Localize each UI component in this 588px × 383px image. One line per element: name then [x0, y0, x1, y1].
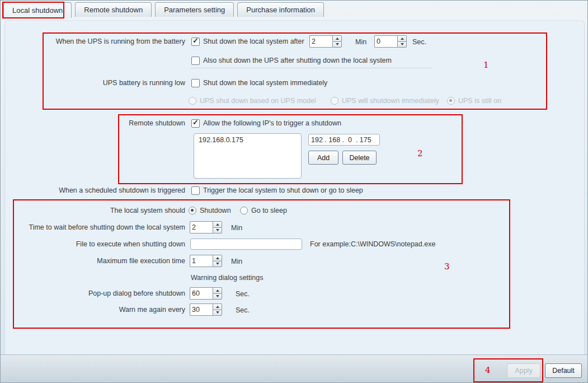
- radio-dot-icon: [449, 99, 452, 102]
- battery-min-input[interactable]: [309, 35, 332, 48]
- warn-again-unit: Sec.: [236, 304, 250, 316]
- radio-ups-still-on-label: UPS is still on: [458, 95, 501, 107]
- trigger-local-label: Trigger the local system to shut down or…: [203, 184, 363, 197]
- warn-again-spinner: [190, 303, 222, 316]
- system-should-label: The local system should: [6, 204, 185, 217]
- spin-down-icon[interactable]: [213, 261, 222, 268]
- popup-dialog-spinner: [190, 287, 222, 300]
- ip-list-box[interactable]: 192.168.0.175: [194, 133, 302, 179]
- popup-dialog-label: Pop-up dialog before shutdown: [6, 287, 185, 300]
- radio-shutdown-label: Shutdown: [200, 204, 231, 217]
- radio-go-to-sleep[interactable]: [240, 207, 248, 214]
- tab-local-shutdown[interactable]: Local shutdown: [3, 2, 72, 18]
- battery-sec-spinner: [374, 35, 407, 48]
- tab-parameters-setting[interactable]: Parameters setting: [155, 2, 234, 17]
- spinner-buttons: [213, 255, 222, 267]
- add-button[interactable]: Add: [308, 151, 338, 165]
- warning-settings-header: Warning dialog settings: [191, 272, 263, 284]
- wait-time-input[interactable]: [190, 221, 213, 233]
- radio-go-to-sleep-label: Go to sleep: [251, 204, 287, 217]
- apply-button[interactable]: Apply: [507, 363, 540, 378]
- max-exec-label: Maximum file execution time: [6, 255, 185, 267]
- trigger-local-checkbox[interactable]: [191, 186, 200, 195]
- popup-dialog-input[interactable]: [190, 287, 213, 300]
- spin-down-icon[interactable]: [213, 310, 222, 316]
- wait-time-unit: Min: [231, 222, 242, 234]
- spin-up-icon[interactable]: [213, 255, 222, 261]
- tab-purchase-information[interactable]: Purchase information: [237, 2, 324, 17]
- battery-min-unit: Min: [355, 36, 366, 48]
- spin-up-icon[interactable]: [213, 303, 222, 310]
- spinner-buttons: [213, 221, 222, 233]
- spinner-buttons: [213, 287, 222, 300]
- spinner-buttons: [397, 35, 407, 48]
- max-exec-input[interactable]: [190, 255, 213, 267]
- shutdown-after-checkbox[interactable]: ✓: [191, 38, 200, 46]
- battery-sec-input[interactable]: [374, 35, 397, 48]
- spin-up-icon[interactable]: [213, 287, 222, 293]
- file-execute-input[interactable]: [190, 239, 302, 250]
- radio-shutdown[interactable]: [189, 207, 196, 214]
- battery-min-spinner: [309, 35, 342, 48]
- spin-down-icon[interactable]: [213, 227, 222, 234]
- max-exec-spinner: [190, 255, 222, 267]
- warn-again-label: Warn me again every: [6, 303, 185, 316]
- file-execute-label: File to execute when shutting down: [6, 238, 185, 250]
- tab-remote-shutdown[interactable]: Remote shutdown: [75, 2, 152, 17]
- ip-address-input[interactable]: [308, 134, 380, 146]
- tab-bar: Local shutdown Remote shutdown Parameter…: [3, 2, 324, 18]
- delete-button[interactable]: Delete: [342, 151, 377, 165]
- spin-up-icon[interactable]: [213, 221, 222, 227]
- allow-ip-label: Allow the following IP's to trigger a sh…: [203, 117, 341, 129]
- default-button[interactable]: Default: [545, 363, 582, 378]
- radio-ups-model-label: UPS shut down based on UPS model: [200, 95, 316, 107]
- spin-down-icon[interactable]: [397, 41, 407, 48]
- radio-dot-icon: [191, 209, 194, 212]
- battery-row-label: When the UPS is running from the battery: [6, 35, 185, 48]
- spin-up-icon[interactable]: [397, 35, 407, 41]
- radio-ups-still-on[interactable]: [447, 97, 455, 105]
- wait-time-spinner: [190, 221, 222, 233]
- allow-ip-checkbox[interactable]: ✓: [191, 119, 200, 128]
- warn-again-input[interactable]: [190, 303, 213, 316]
- spinner-buttons: [213, 303, 222, 316]
- battery-low-label: UPS battery is running low: [6, 77, 185, 89]
- scheduled-shutdown-label: When a scheduled shutdown is triggered: [6, 184, 185, 197]
- shutdown-after-label: Shut down the local system after: [203, 35, 304, 48]
- max-exec-unit: Min: [231, 255, 242, 268]
- wait-time-label: Time to wait before shutting down the lo…: [6, 221, 185, 233]
- file-example-hint: For example:C:\WINDOWS\notepad.exe: [310, 238, 435, 250]
- radio-ups-model[interactable]: [189, 97, 196, 105]
- popup-dialog-unit: Sec.: [236, 288, 250, 300]
- ups-settings-window: Local shutdown Remote shutdown Parameter…: [0, 0, 588, 383]
- check-icon: ✓: [192, 118, 199, 127]
- immediate-shutdown-checkbox[interactable]: [191, 79, 200, 87]
- also-shutdown-ups-checkbox[interactable]: [191, 57, 200, 65]
- ip-list-item[interactable]: 192.168.0.175: [194, 134, 301, 146]
- footer-bar: [1, 354, 587, 383]
- immediate-shutdown-label: Shut down the local system immediately: [203, 77, 327, 89]
- radio-ups-immediate[interactable]: [331, 97, 338, 105]
- section-divider: [191, 68, 432, 68]
- spin-down-icon[interactable]: [332, 41, 342, 48]
- remote-shutdown-label: Remote shutdown: [6, 117, 185, 129]
- also-shutdown-ups-label: Also shut down the UPS after shutting do…: [203, 54, 392, 67]
- spin-down-icon[interactable]: [213, 293, 222, 300]
- battery-sec-unit: Sec.: [412, 36, 426, 48]
- spin-up-icon[interactable]: [332, 35, 342, 41]
- radio-ups-immediate-label: UPS will shutdown immediately: [342, 95, 439, 107]
- check-icon: ✓: [192, 36, 199, 45]
- spinner-buttons: [332, 35, 342, 48]
